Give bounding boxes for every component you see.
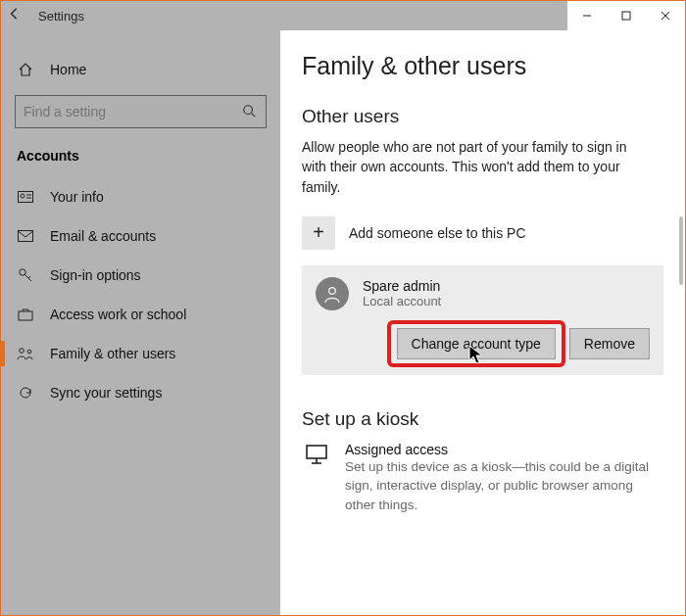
search-input[interactable] [16,104,232,119]
svg-point-15 [20,349,24,354]
sidebar-section-header: Accounts [1,144,280,177]
kiosk-section: Set up a kiosk Assigned access Set up th… [302,408,663,515]
sidebar-item-family[interactable]: Family & other users [1,334,280,373]
sidebar-item-sync[interactable]: Sync your settings [1,373,280,412]
add-user-label: Add someone else to this PC [349,225,526,241]
add-user-row[interactable]: + Add someone else to this PC [302,216,663,250]
assigned-access-title: Assigned access [345,442,659,457]
window-title: Settings [38,9,84,24]
sidebar-item-signin[interactable]: Sign-in options [1,256,280,295]
people-icon [17,347,34,360]
close-button[interactable] [646,1,685,30]
svg-rect-14 [19,311,32,320]
other-users-desc: Allow people who are not part of your fa… [302,137,655,197]
sidebar-item-label: Your info [50,189,104,205]
user-actions: Change account type Remove [316,328,650,359]
home-icon [17,62,34,77]
sidebar-item-label: Email & accounts [50,228,156,244]
sidebar-item-email[interactable]: Email & accounts [1,216,280,256]
sidebar-item-label: Family & other users [50,346,175,361]
sidebar-item-work-school[interactable]: Access work or school [1,295,280,334]
user-card: Spare admin Local account Change account… [302,265,663,375]
content-pane: Family & other users Other users Allow p… [280,30,685,615]
back-button[interactable] [1,7,28,24]
window-body: Home Accounts Your info Email & accou [1,30,685,615]
scrollbar[interactable] [679,216,683,285]
svg-point-17 [329,288,336,295]
sidebar-home[interactable]: Home [1,50,280,89]
maximize-button[interactable] [607,1,646,30]
monitor-icon [302,442,331,515]
settings-window: Settings Home Accounts [0,0,686,616]
minimize-button[interactable] [567,1,607,30]
briefcase-icon [17,308,34,321]
user-name: Spare admin [363,278,441,294]
sidebar-item-label: Sign-in options [50,267,141,283]
avatar-icon [316,277,349,310]
plus-icon: + [302,216,335,250]
assigned-access-row[interactable]: Assigned access Set up this device as a … [302,442,663,515]
svg-point-11 [20,269,25,275]
user-type: Local account [363,294,441,308]
sidebar-item-label: Sync your settings [50,385,162,401]
svg-rect-18 [307,446,326,458]
sidebar-item-label: Access work or school [50,307,186,322]
svg-point-7 [21,194,24,198]
sidebar: Home Accounts Your info Email & accou [1,30,280,615]
sidebar-home-label: Home [50,62,86,77]
page-title: Family & other users [302,52,663,80]
svg-line-5 [252,113,256,117]
remove-user-button[interactable]: Remove [569,328,650,359]
sidebar-item-your-info[interactable]: Your info [1,177,280,216]
svg-point-4 [244,105,253,114]
caption-buttons [567,1,685,30]
svg-point-16 [27,350,31,354]
person-card-icon [17,191,34,203]
assigned-access-desc: Set up this device as a kiosk—this could… [345,457,659,515]
user-header[interactable]: Spare admin Local account [316,277,650,310]
change-account-type-button[interactable]: Change account type [397,328,556,359]
sync-icon [17,385,34,401]
search-box[interactable] [15,95,267,128]
titlebar: Settings [1,1,685,30]
other-users-header: Other users [302,106,663,127]
key-icon [17,267,34,283]
kiosk-header: Set up a kiosk [302,408,663,430]
svg-line-13 [28,276,30,278]
svg-rect-10 [19,231,33,242]
mail-icon [17,230,34,242]
search-icon [232,104,266,120]
svg-rect-1 [622,12,630,20]
